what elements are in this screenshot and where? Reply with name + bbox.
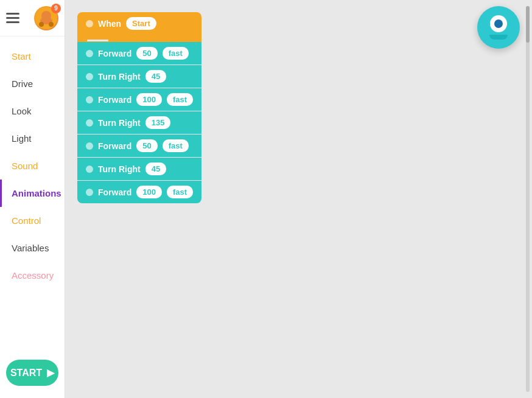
block-stack: When Start Forward 50 fast Turn Right 45… <box>77 12 201 203</box>
block-forward-50-fast-2[interactable]: Forward 50 fast <box>77 134 201 157</box>
block-dot <box>86 142 93 150</box>
value-pill[interactable]: 135 <box>145 116 171 129</box>
block-dot <box>86 73 93 80</box>
block-dot <box>86 166 93 173</box>
svg-point-3 <box>39 22 44 27</box>
block-forward-100-fast-2[interactable]: Forward 100 fast <box>77 181 201 203</box>
sidebar-item-look[interactable]: Look <box>0 97 65 125</box>
block-dot <box>86 189 93 196</box>
action-label: Forward <box>98 141 131 151</box>
sidebar-item-drive[interactable]: Drive <box>0 70 65 97</box>
start-trigger-pill[interactable]: Start <box>126 17 156 30</box>
robot-pupil <box>494 19 503 28</box>
sidebar-item-light[interactable]: Light <box>0 125 65 152</box>
robot-eye <box>490 15 507 32</box>
value-pill[interactable]: 50 <box>136 139 157 152</box>
robot-avatar <box>477 6 520 49</box>
block-turn-right-45-1[interactable]: Turn Right 45 <box>77 65 201 88</box>
speed-pill[interactable]: fast <box>163 47 189 60</box>
sidebar-item-control[interactable]: Control <box>0 207 65 234</box>
value-pill[interactable]: 45 <box>145 162 166 175</box>
sidebar-item-animations[interactable]: Animations <box>0 180 65 207</box>
play-icon: ▶ <box>47 367 54 379</box>
action-label: Forward <box>98 95 131 105</box>
sidebar-item-accessory[interactable]: Accessory <box>0 262 65 289</box>
when-label: When <box>98 19 121 29</box>
start-button[interactable]: START ▶ <box>6 360 58 386</box>
action-label: Turn Right <box>98 164 141 174</box>
block-dot <box>86 50 93 57</box>
robot-mouth <box>489 35 508 40</box>
block-forward-50-fast[interactable]: Forward 50 fast <box>77 42 201 65</box>
notification-badge: 9 <box>51 4 61 13</box>
start-button-label: START <box>10 368 42 379</box>
sidebar-item-start[interactable]: Start <box>0 43 65 70</box>
scrollbar-thumb[interactable] <box>526 6 530 43</box>
sidebar-item-sound[interactable]: Sound <box>0 152 65 180</box>
sidebar: 9 Start Drive Look Light Sound Animation… <box>0 0 65 398</box>
robot-head <box>477 6 520 49</box>
speed-pill[interactable]: fast <box>163 139 189 152</box>
when-start-block[interactable]: When Start <box>77 12 201 35</box>
value-pill[interactable]: 45 <box>145 70 166 83</box>
sidebar-navigation: Start Drive Look Light Sound Animations … <box>0 37 65 352</box>
value-pill[interactable]: 50 <box>136 47 157 60</box>
value-pill[interactable]: 100 <box>136 93 162 106</box>
user-avatar-container[interactable]: 9 <box>34 6 58 30</box>
action-label: Forward <box>98 187 131 197</box>
action-label: Turn Right <box>98 118 141 128</box>
scrollbar-track <box>526 6 530 392</box>
block-dot <box>86 119 93 127</box>
hamburger-menu-button[interactable] <box>6 13 19 23</box>
block-dot <box>86 96 93 103</box>
speed-pill[interactable]: fast <box>167 186 193 198</box>
action-label: Turn Right <box>98 72 141 82</box>
svg-point-4 <box>49 22 54 27</box>
sidebar-header: 9 <box>0 0 65 37</box>
action-label: Forward <box>98 49 131 58</box>
value-pill[interactable]: 100 <box>136 186 162 198</box>
canvas-area: When Start Forward 50 fast Turn Right 45… <box>65 0 532 398</box>
speed-pill[interactable]: fast <box>167 93 193 106</box>
block-turn-right-135[interactable]: Turn Right 135 <box>77 111 201 134</box>
block-turn-right-45-2[interactable]: Turn Right 45 <box>77 158 201 180</box>
block-connector-dot <box>86 20 93 27</box>
sidebar-item-variables[interactable]: Variables <box>0 234 65 262</box>
block-forward-100-fast-1[interactable]: Forward 100 fast <box>77 88 201 111</box>
